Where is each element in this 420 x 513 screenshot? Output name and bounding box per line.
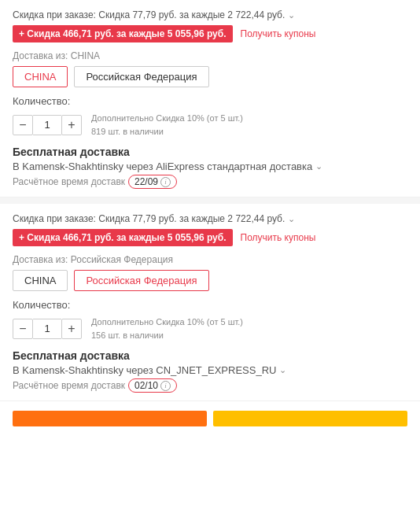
quantity-value: 1: [33, 319, 61, 339]
quantity-label: Количество:: [13, 95, 407, 107]
quantity-info: Дополнительно Скидка 10% (от 5 шт.)819 ш…: [91, 112, 243, 138]
free-delivery-title: Бесплатная доставка: [13, 349, 407, 362]
coupon-badge: + Скидка 466,71 руб. за каждые 5 055,96 …: [13, 229, 233, 246]
get-coupon-link[interactable]: Получить купоны: [241, 28, 316, 39]
section-divider: [0, 197, 420, 204]
bottom-buttons: [0, 401, 420, 436]
buy-now-button[interactable]: [13, 411, 207, 426]
quantity-row: −1+Дополнительно Скидка 10% (от 5 шт.)81…: [13, 112, 407, 138]
delivery-chevron-icon: ⌄: [279, 365, 286, 375]
country-buttons: CHINAРоссийская Федерация: [13, 270, 407, 291]
discount-line: Скидка при заказе: Скидка 77,79 руб. за …: [13, 9, 407, 20]
info-icon: i: [160, 381, 171, 391]
add-to-cart-button[interactable]: [213, 411, 407, 426]
delivery-chevron-icon: ⌄: [315, 161, 322, 172]
qty-info-line1: Дополнительно Скидка 10% (от 5 шт.): [91, 316, 243, 329]
country-btn-1[interactable]: Российская Федерация: [74, 270, 208, 291]
quantity-minus-button[interactable]: −: [13, 115, 33, 135]
discount-text: Скидка при заказе: Скидка 77,79 руб. за …: [13, 9, 285, 20]
delivery-route: В Kamensk-Shakhtinsky через CN_JNET_EXPR…: [13, 364, 407, 376]
qty-info-line1: Дополнительно Скидка 10% (от 5 шт.): [91, 112, 243, 125]
quantity-value: 1: [33, 115, 61, 135]
country-btn-0[interactable]: CHINA: [13, 66, 68, 87]
country-buttons: CHINAРоссийская Федерация: [13, 66, 407, 87]
delivery-date-text: 02/10: [134, 380, 158, 391]
country-btn-1[interactable]: Российская Федерация: [74, 66, 208, 87]
chevron-icon: ⌄: [288, 214, 295, 224]
info-icon: i: [160, 177, 171, 187]
country-btn-0[interactable]: CHINA: [13, 270, 68, 291]
quantity-plus-button[interactable]: +: [61, 319, 82, 339]
delivery-date-text: 22/09: [134, 176, 158, 187]
delivery-estimate-label: Расчётное время доставк: [13, 176, 125, 187]
quantity-label: Количество:: [13, 299, 407, 311]
coupon-row: + Скидка 466,71 руб. за каждые 5 055,96 …: [13, 229, 407, 246]
discount-line: Скидка при заказе: Скидка 77,79 руб. за …: [13, 213, 407, 224]
delivery-route: В Kamensk-Shakhtinsky через AliExpress с…: [13, 161, 407, 172]
quantity-plus-button[interactable]: +: [61, 115, 82, 135]
shipping-from: Доставка из: CHINA: [13, 50, 407, 61]
shipping-from-label: Доставка из:: [13, 254, 68, 265]
qty-info-line2: 819 шт. в наличии: [91, 125, 243, 138]
quantity-info: Дополнительно Скидка 10% (от 5 шт.)156 ш…: [91, 316, 243, 341]
delivery-route-text: В Kamensk-Shakhtinsky через AliExpress с…: [13, 161, 312, 172]
section-1: Скидка при заказе: Скидка 77,79 руб. за …: [0, 0, 420, 197]
delivery-estimate-label: Расчётное время доставк: [13, 380, 125, 391]
shipping-from: Доставка из: Российская Федерация: [13, 254, 407, 265]
delivery-estimate: Расчётное время доставк 22/09 i: [13, 175, 407, 189]
get-coupon-link[interactable]: Получить купоны: [241, 232, 316, 243]
delivery-date-badge: 22/09 i: [128, 175, 177, 189]
qty-info-line2: 156 шт. в наличии: [91, 329, 243, 342]
chevron-icon: ⌄: [288, 10, 295, 20]
quantity-minus-button[interactable]: −: [13, 319, 33, 339]
shipping-from-label: Доставка из:: [13, 50, 68, 61]
free-delivery-title: Бесплатная доставка: [13, 146, 407, 158]
section-2: Скидка при заказе: Скидка 77,79 руб. за …: [0, 204, 420, 401]
shipping-from-value: Российская Федерация: [71, 254, 173, 265]
coupon-row: + Скидка 466,71 руб. за каждые 5 055,96 …: [13, 25, 407, 42]
delivery-estimate: Расчётное время доставк 02/10 i: [13, 378, 407, 393]
quantity-row: −1+Дополнительно Скидка 10% (от 5 шт.)15…: [13, 316, 407, 341]
delivery-route-text: В Kamensk-Shakhtinsky через CN_JNET_EXPR…: [13, 364, 276, 376]
coupon-badge: + Скидка 466,71 руб. за каждые 5 055,96 …: [13, 25, 233, 42]
delivery-date-badge: 02/10 i: [128, 378, 177, 393]
shipping-from-value: CHINA: [71, 50, 100, 61]
discount-text: Скидка при заказе: Скидка 77,79 руб. за …: [13, 213, 285, 224]
